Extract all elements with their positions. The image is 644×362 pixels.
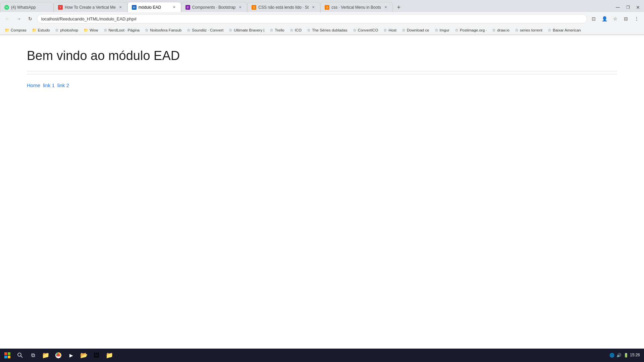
bookmark-wow[interactable]: 📁 Wow xyxy=(82,27,100,33)
files-taskbar-icon[interactable]: 📂 xyxy=(78,349,90,361)
bookmark-label-imgur: Imgur xyxy=(440,28,449,32)
bookmarks-bar: 📁 Compras 📁 Estudo ☆ photoshop 📁 Wow ☆ N… xyxy=(0,25,644,35)
close-window-button[interactable]: ✕ xyxy=(633,3,643,12)
bookmark-soundiiz[interactable]: ☆ Soundiiz · Convert xyxy=(185,27,225,33)
nav-link-2[interactable]: link 2 xyxy=(57,82,69,88)
bookmark-label-trello: Trello xyxy=(275,28,284,32)
bookmark-star-download: ☆ xyxy=(402,28,406,33)
bookmark-label-baixar: Baixar American xyxy=(553,28,581,32)
taskbar: ⧉ 📁 ▶ 📂 🖼 📁 🌐 🔊 🔋 15:26 xyxy=(0,349,644,362)
photos-taskbar-icon[interactable]: 🖼 xyxy=(91,349,103,361)
battery-icon[interactable]: 🔋 xyxy=(624,353,629,358)
tab-favicon-how-to-create: Y xyxy=(58,5,63,10)
clock[interactable]: 15:26 xyxy=(630,353,640,358)
restore-button[interactable]: ❐ xyxy=(623,3,633,12)
bookmark-trello[interactable]: ☆ Trello xyxy=(268,27,286,33)
tab-whatsapp[interactable]: W (4) WhatsApp xyxy=(0,2,54,12)
svg-point-4 xyxy=(18,353,21,356)
chrome-taskbar-icon[interactable] xyxy=(52,349,64,361)
tab-modulo-ead[interactable]: M módulo EAD ✕ xyxy=(127,2,181,12)
tab-title-modulo-ead: módulo EAD xyxy=(139,5,169,10)
terminal-taskbar-icon[interactable]: ▶ xyxy=(65,349,77,361)
tab-how-to-create[interactable]: Y How To Create a Vertical Me ✕ xyxy=(54,2,127,12)
tab-components-bootstrap[interactable]: B Components · Bootstrap ✕ xyxy=(181,2,247,12)
bookmark-series-dubladas[interactable]: ☆ The Séries dubladas xyxy=(305,27,349,33)
bookmark-folder-icon-wow: 📁 xyxy=(84,28,88,33)
tab-close-bootstrap[interactable]: ✕ xyxy=(237,5,243,10)
back-button[interactable]: ← xyxy=(3,14,12,23)
bookmark-star-torrent: ☆ xyxy=(515,28,519,33)
bookmark-baixar-american[interactable]: ☆ Baixar American xyxy=(546,27,583,33)
taskbar-right: 🌐 🔊 🔋 15:26 xyxy=(609,353,643,358)
bookmark-folder-icon-estudo: 📁 xyxy=(32,28,37,33)
tab-close-css-nao[interactable]: ✕ xyxy=(311,5,316,10)
extensions-icon[interactable]: ⊡ xyxy=(589,14,598,23)
bookmark-label-estudo: Estudo xyxy=(38,28,50,32)
system-tray-icons: 🌐 🔊 🔋 xyxy=(609,353,629,358)
file-explorer-taskbar-icon[interactable]: 📁 xyxy=(40,349,52,361)
bookmark-nerdloot[interactable]: ☆ NerdLoot · Página xyxy=(102,27,142,33)
bookmark-ico[interactable]: ☆ ICO xyxy=(288,27,304,33)
bookmark-label-drawio: draw.io xyxy=(497,28,509,32)
bookmark-convertico[interactable]: ☆ ConvertICO xyxy=(351,27,380,33)
start-button[interactable] xyxy=(1,349,13,361)
chrome-icon xyxy=(55,352,62,359)
svg-rect-2 xyxy=(4,356,7,358)
folder-taskbar-icon[interactable]: 📁 xyxy=(103,349,115,361)
bookmark-star-icon[interactable]: ☆ xyxy=(610,14,620,23)
sidebar-icon[interactable]: ⊟ xyxy=(621,14,631,23)
bookmark-drawio[interactable]: ☆ draw.io xyxy=(490,27,511,33)
tab-close-css-vertical[interactable]: ✕ xyxy=(383,5,388,10)
bookmark-ultimate-bravery[interactable]: ☆ Ultimate Bravery | xyxy=(227,27,266,33)
bookmark-download-ce[interactable]: ☆ Download ce xyxy=(400,27,431,33)
bookmark-imgur[interactable]: ☆ Imgur xyxy=(433,27,451,33)
divider-bottom xyxy=(27,74,617,74)
reload-button[interactable]: ↻ xyxy=(25,14,35,23)
bookmark-label-wow: Wow xyxy=(90,28,98,32)
tab-css-vertical[interactable]: S css · Vertical Menu in Boots ✕ xyxy=(320,2,392,12)
tab-close-modulo-ead[interactable]: ✕ xyxy=(171,5,177,10)
bookmark-photoshop[interactable]: ☆ photoshop xyxy=(53,27,80,33)
bookmark-star-postimage: ☆ xyxy=(455,28,459,33)
bookmark-label-series: The Séries dubladas xyxy=(312,28,347,32)
tab-close-how-to-create[interactable]: ✕ xyxy=(118,5,123,10)
clock-time: 15:26 xyxy=(630,353,640,358)
divider-top xyxy=(27,71,617,71)
tab-css-nao-esta[interactable]: S CSS não está lendo lido · St ✕ xyxy=(247,2,320,12)
address-bar: ← → ↻ ⊡ 👤 ☆ ⊟ ⋮ xyxy=(0,12,644,25)
forward-button[interactable]: → xyxy=(14,14,23,23)
bookmark-label-torrent: series torrent xyxy=(520,28,542,32)
profile-icon[interactable]: 👤 xyxy=(600,14,609,23)
new-tab-button[interactable]: + xyxy=(394,3,404,12)
tab-favicon-whatsapp: W xyxy=(4,5,9,10)
tab-favicon-css-nao: S xyxy=(252,5,256,10)
svg-rect-3 xyxy=(8,356,10,358)
task-view-icon[interactable]: ⧉ xyxy=(27,349,39,361)
sound-icon[interactable]: 🔊 xyxy=(616,353,622,358)
address-input[interactable] xyxy=(37,14,587,23)
bookmark-postimage[interactable]: ☆ Postimage.org · xyxy=(453,27,489,33)
bookmark-star-nerdloot: ☆ xyxy=(104,28,107,33)
network-icon[interactable]: 🌐 xyxy=(609,353,614,358)
bookmark-star-soundiiz: ☆ xyxy=(187,28,191,33)
bookmark-series-torrent[interactable]: ☆ series torrent xyxy=(513,27,544,33)
bookmark-label-compras: Compras xyxy=(11,28,26,32)
tab-bar: W (4) WhatsApp Y How To Create a Vertica… xyxy=(0,0,644,12)
svg-rect-1 xyxy=(8,352,10,355)
svg-line-5 xyxy=(21,356,22,358)
nav-link-home[interactable]: Home xyxy=(27,82,40,88)
nav-link-1[interactable]: link 1 xyxy=(43,82,55,88)
bookmark-noitosfera[interactable]: ☆ Noitosfera Fansub xyxy=(143,27,183,33)
search-taskbar-icon[interactable] xyxy=(14,349,26,361)
bookmark-host[interactable]: ☆ Host xyxy=(381,27,398,33)
bookmark-compras[interactable]: 📁 Compras xyxy=(3,27,29,33)
tab-favicon-css-vertical: S xyxy=(325,5,329,10)
bookmark-star-baixar: ☆ xyxy=(548,28,551,33)
minimize-button[interactable]: ─ xyxy=(613,3,623,12)
menu-icon[interactable]: ⋮ xyxy=(632,14,641,23)
bookmark-folder-icon-compras: 📁 xyxy=(5,28,9,33)
bookmark-star-ultimate: ☆ xyxy=(229,28,232,33)
bookmark-estudo[interactable]: 📁 Estudo xyxy=(30,27,52,33)
tab-title-css-nao: CSS não está lendo lido · St xyxy=(258,5,309,10)
browser-chrome: W (4) WhatsApp Y How To Create a Vertica… xyxy=(0,0,644,35)
